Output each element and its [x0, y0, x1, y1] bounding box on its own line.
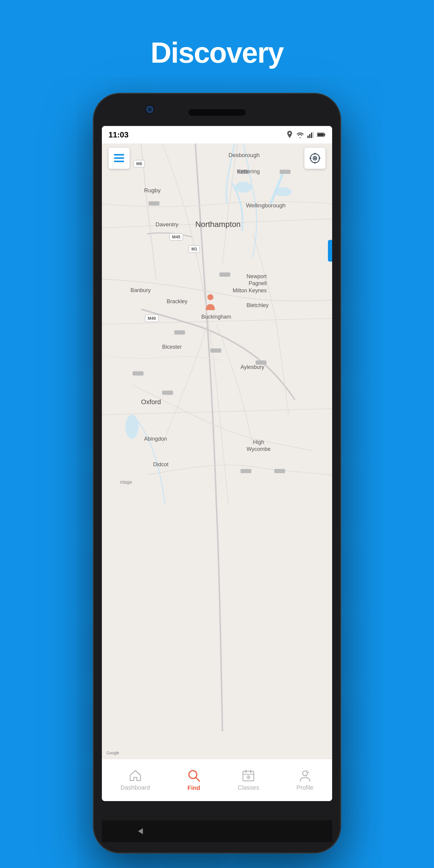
google-logo: Google	[106, 749, 119, 756]
map-label-abingdon: Abingdon	[144, 436, 167, 442]
bottom-nav: Dashboard Find	[102, 759, 332, 801]
phone-speaker	[188, 109, 246, 116]
android-back-button[interactable]	[133, 825, 147, 838]
map-label-bletchley: Bletchley	[247, 302, 269, 309]
svg-rect-29	[114, 154, 124, 156]
svg-marker-52	[138, 828, 143, 834]
map-label-banbury: Banbury	[130, 287, 151, 293]
android-nav-bar	[102, 820, 332, 842]
road-badge-m40: M40	[145, 315, 158, 322]
svg-rect-17	[149, 201, 159, 206]
phone-screen: 11:03	[102, 126, 332, 801]
svg-point-15	[125, 415, 138, 439]
svg-point-14	[235, 182, 252, 193]
android-recent-button[interactable]	[287, 825, 301, 838]
map-label-kettering: Kettering	[237, 168, 260, 175]
status-time: 11:03	[108, 130, 129, 140]
menu-button[interactable]	[108, 148, 130, 169]
svg-rect-24	[241, 469, 251, 473]
svg-point-28	[207, 294, 213, 300]
svg-rect-22	[133, 371, 144, 375]
search-icon	[187, 769, 200, 782]
profile-icon	[299, 769, 311, 782]
svg-line-47	[248, 777, 250, 778]
phone-shell: 11:03	[93, 93, 341, 853]
svg-line-50	[308, 772, 309, 773]
nav-label-profile: Profile	[297, 784, 314, 791]
list-icon	[114, 154, 124, 162]
gps-icon	[309, 152, 321, 164]
map-label-didcot: Didcot	[153, 461, 168, 468]
svg-rect-20	[210, 348, 221, 352]
page-background: Discovery 11:03	[0, 0, 434, 868]
calendar-icon	[242, 769, 255, 782]
map-label-desborough: Desborough	[228, 152, 260, 158]
svg-rect-30	[114, 157, 124, 159]
map-label-aylesbury: Aylesbury	[241, 364, 264, 370]
map-label-brackley: Brackley	[167, 299, 187, 305]
svg-rect-23	[162, 391, 173, 395]
svg-rect-3	[311, 133, 312, 138]
svg-rect-2	[309, 134, 310, 138]
nav-item-classes[interactable]: Classes	[230, 765, 267, 795]
map-label-oxford: Oxford	[141, 398, 161, 406]
android-home-button[interactable]	[210, 825, 224, 838]
user-marker	[204, 293, 216, 312]
location-status-icon	[286, 131, 293, 138]
svg-rect-6	[324, 134, 325, 135]
map-label-northampton: Northampton	[195, 220, 241, 229]
map-label-daventry: Daventry	[156, 221, 179, 228]
road-badge-m6: M6	[133, 160, 145, 167]
map-label-bicester: Bicester	[162, 344, 182, 350]
home-icon	[129, 769, 142, 782]
map-svg	[102, 144, 332, 731]
svg-point-0	[289, 132, 290, 134]
nav-label-classes: Classes	[238, 784, 259, 791]
phone-wrapper: 11:03	[93, 93, 341, 865]
svg-rect-25	[274, 469, 285, 473]
map-label-high-wycombe: HighWycombe	[247, 439, 271, 453]
map-label-vantage: ntage	[120, 479, 132, 485]
svg-rect-4	[313, 131, 314, 138]
page-title: Discovery	[151, 36, 284, 69]
svg-rect-7	[318, 133, 324, 136]
svg-point-16	[274, 187, 292, 196]
svg-rect-1	[307, 135, 309, 138]
gps-button[interactable]	[304, 148, 326, 169]
battery-status-icon	[317, 132, 326, 137]
signal-status-icon	[307, 131, 314, 138]
svg-point-38	[314, 157, 316, 159]
map-label-newport-pagnell: NewportPagnell	[247, 273, 267, 287]
svg-line-40	[196, 778, 199, 781]
wifi-status-icon	[296, 131, 304, 138]
svg-line-49	[307, 770, 307, 772]
road-badge-m45: M45	[169, 233, 183, 241]
nav-label-dashboard: Dashboard	[121, 784, 150, 791]
map-label-wellingborough: Wellingborough	[246, 202, 286, 209]
svg-rect-19	[174, 330, 185, 335]
nav-item-find[interactable]: Find	[180, 765, 208, 796]
map-side-tab[interactable]	[328, 240, 332, 261]
map-area: Desborough Kettering Rugby Wellingboroug…	[102, 144, 332, 759]
svg-rect-8	[102, 144, 332, 731]
nav-item-profile[interactable]: Profile	[289, 765, 321, 795]
road-badge-m1: M1	[189, 245, 200, 253]
map-label-buckingham: Buckingham	[201, 314, 231, 320]
phone-camera	[145, 105, 154, 114]
svg-rect-31	[114, 161, 124, 162]
status-icons	[286, 131, 326, 138]
status-bar: 11:03	[102, 126, 332, 144]
svg-rect-27	[280, 170, 290, 174]
map-label-milton-keynes: Milton Keynes	[233, 287, 267, 294]
map-label-rugby: Rugby	[144, 187, 161, 194]
svg-rect-18	[219, 273, 230, 277]
nav-item-dashboard[interactable]: Dashboard	[113, 765, 157, 795]
nav-label-find: Find	[187, 784, 200, 792]
